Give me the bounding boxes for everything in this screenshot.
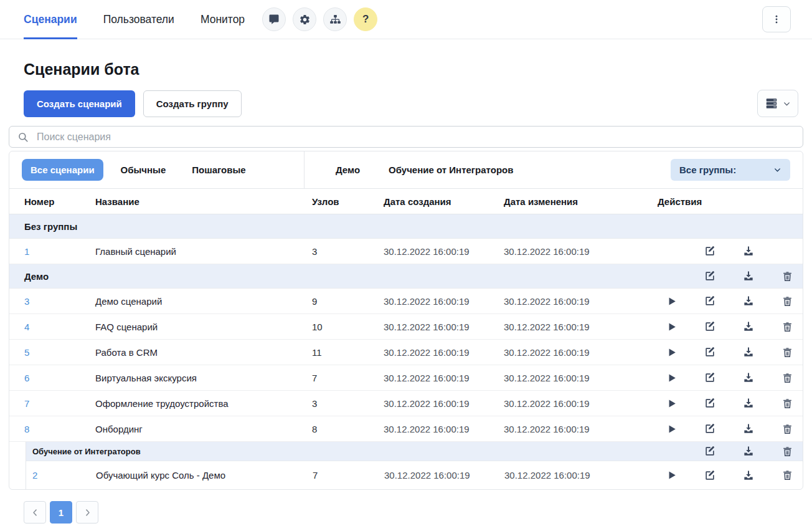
delete-button[interactable] xyxy=(780,468,795,483)
search-input[interactable] xyxy=(35,131,795,143)
play-button[interactable] xyxy=(664,468,679,483)
scenarios-panel: Все сценарииОбычныеПошаговые ДемоОбучени… xyxy=(9,151,803,490)
delete-button[interactable] xyxy=(780,444,795,459)
created-date: 30.12.2022 16:00:19 xyxy=(384,373,504,383)
scenario-name: Главный сценарий xyxy=(95,246,312,257)
page-title: Сценарии бота xyxy=(24,60,803,79)
structure-button[interactable] xyxy=(323,7,347,31)
edit-button[interactable] xyxy=(702,444,717,459)
download-button[interactable] xyxy=(741,468,756,483)
scenario-number-link[interactable]: 7 xyxy=(9,398,95,409)
filter-type-tab-1[interactable]: Обычные xyxy=(112,159,175,181)
scenario-number-link[interactable]: 8 xyxy=(9,424,95,434)
group-name: Демо xyxy=(9,271,658,282)
play-button[interactable] xyxy=(664,345,679,360)
actions-cell xyxy=(658,294,803,308)
edit-button[interactable] xyxy=(702,294,717,308)
nav-tab-monitor[interactable]: Монитор xyxy=(201,0,245,39)
actions-cell xyxy=(658,219,803,234)
delete-icon xyxy=(781,347,793,358)
groups-dropdown[interactable]: Все группы: xyxy=(671,159,790,181)
download-button[interactable] xyxy=(741,345,756,360)
modified-date: 30.12.2022 16:00:19 xyxy=(504,373,658,383)
download-button[interactable] xyxy=(741,294,756,308)
edit-button[interactable] xyxy=(702,396,717,411)
create-group-button[interactable]: Создать группу xyxy=(143,90,242,117)
chevron-down-icon xyxy=(783,100,791,108)
pagination-prev-button[interactable] xyxy=(24,501,46,524)
edit-button[interactable] xyxy=(702,244,717,259)
nav-tabs: СценарииПользователиМонитор xyxy=(24,0,245,39)
scenario-number-link[interactable]: 1 xyxy=(9,246,95,257)
filter-group-tabs: ДемоОбучение от Интеграторов xyxy=(304,151,522,188)
view-mode-button[interactable] xyxy=(757,90,798,117)
scenario-name: FAQ сценарий xyxy=(95,322,312,332)
filter-group-tab-0[interactable]: Демо xyxy=(327,159,369,181)
search-bar[interactable] xyxy=(9,126,803,148)
play-button[interactable] xyxy=(664,319,679,334)
edit-button[interactable] xyxy=(702,421,717,436)
scenario-number-link[interactable]: 5 xyxy=(9,347,95,358)
edit-button[interactable] xyxy=(702,370,717,385)
modified-date: 30.12.2022 16:00:19 xyxy=(504,347,658,358)
create-scenario-button[interactable]: Создать сценарий xyxy=(24,90,135,117)
modified-date: 30.12.2022 16:00:19 xyxy=(504,470,658,481)
download-button[interactable] xyxy=(741,269,756,284)
scenario-nodes-count: 7 xyxy=(313,470,384,481)
action-placeholder xyxy=(664,444,679,459)
nav-tab-users[interactable]: Пользователи xyxy=(103,0,174,39)
edit-button[interactable] xyxy=(702,319,717,334)
edit-button[interactable] xyxy=(702,468,717,483)
more-menu-button[interactable] xyxy=(762,6,791,32)
table-row: 5Работа в CRM1130.12.2022 16:00:1930.12.… xyxy=(9,340,803,365)
edit-icon xyxy=(704,245,716,257)
chat-icon xyxy=(268,14,280,25)
download-button[interactable] xyxy=(741,319,756,334)
table-row: 6Виртуальная экскурсия730.12.2022 16:00:… xyxy=(9,365,803,391)
delete-button[interactable] xyxy=(780,421,795,436)
chat-button[interactable] xyxy=(262,7,286,31)
scenario-number-link[interactable]: 4 xyxy=(9,322,95,332)
play-button[interactable] xyxy=(664,396,679,411)
play-button[interactable] xyxy=(664,294,679,308)
edit-icon xyxy=(704,320,716,333)
delete-icon xyxy=(781,423,793,435)
gear-icon xyxy=(299,14,311,26)
download-button[interactable] xyxy=(741,244,756,259)
top-nav: СценарииПользователиМонитор ? xyxy=(0,0,812,39)
settings-button[interactable] xyxy=(293,7,316,31)
pagination-next-button[interactable] xyxy=(76,501,98,524)
filter-type-tab-0[interactable]: Все сценарии xyxy=(22,159,103,181)
edit-icon xyxy=(704,423,716,435)
scenario-number-link[interactable]: 3 xyxy=(9,296,95,307)
filter-type-tabs: Все сценарииОбычныеПошаговые xyxy=(22,151,304,188)
delete-button[interactable] xyxy=(780,319,795,334)
filter-type-tab-2[interactable]: Пошаговые xyxy=(183,159,254,181)
pagination: 1 xyxy=(24,501,803,524)
kebab-icon xyxy=(771,14,782,25)
edit-icon xyxy=(704,295,716,307)
download-button[interactable] xyxy=(741,370,756,385)
edit-button[interactable] xyxy=(702,269,717,284)
play-button[interactable] xyxy=(664,421,679,436)
pagination-page-1[interactable]: 1 xyxy=(50,501,72,524)
download-button[interactable] xyxy=(741,421,756,436)
filter-group-tab-1[interactable]: Обучение от Интеграторов xyxy=(380,159,522,181)
toolbar: Создать сценарий Создать группу xyxy=(24,90,798,117)
download-button[interactable] xyxy=(741,396,756,411)
edit-icon xyxy=(704,397,716,409)
delete-button[interactable] xyxy=(780,294,795,308)
delete-button[interactable] xyxy=(780,345,795,360)
help-button[interactable]: ? xyxy=(354,7,377,31)
download-button[interactable] xyxy=(741,444,756,459)
delete-button[interactable] xyxy=(780,396,795,411)
scenario-number-link[interactable]: 2 xyxy=(26,470,96,481)
groups-dropdown-label: Все группы: xyxy=(679,165,736,175)
play-button[interactable] xyxy=(664,370,679,385)
edit-button[interactable] xyxy=(702,345,717,360)
delete-button[interactable] xyxy=(780,269,795,284)
scenario-number-link[interactable]: 6 xyxy=(9,373,95,383)
delete-button[interactable] xyxy=(780,370,795,385)
nav-tab-scenarios[interactable]: Сценарии xyxy=(24,0,77,39)
delete-icon xyxy=(781,446,793,457)
